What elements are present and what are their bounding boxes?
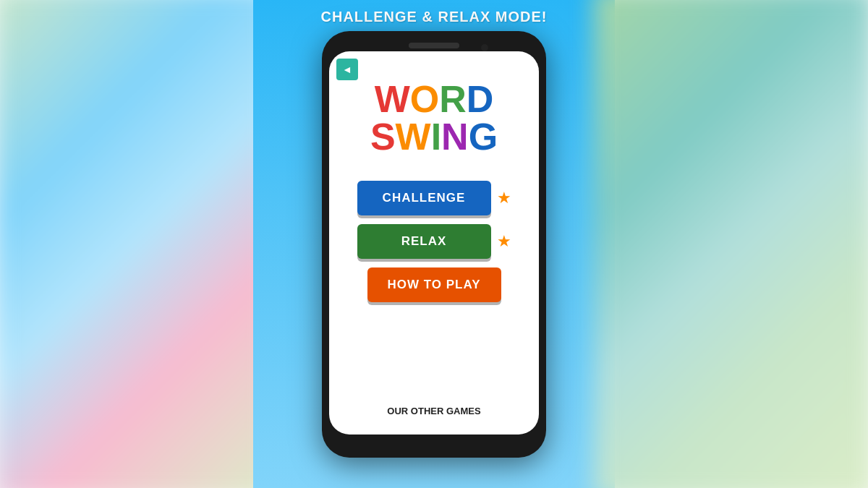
letter-g: G (469, 118, 498, 155)
screen-inner: ◄ WORD SWING CHALLENGE ★ (329, 51, 539, 435)
letter-s: S (370, 118, 396, 155)
phone-speaker (409, 43, 459, 48)
app-title: WORD SWING (370, 80, 498, 155)
letter-w2: W (396, 118, 431, 155)
letter-w: W (375, 80, 410, 118)
relax-button[interactable]: RELAX (357, 224, 491, 259)
letter-r: R (439, 80, 467, 118)
how-to-play-button[interactable]: HOW TO PLAY (367, 267, 501, 302)
background-wrapper: CHALLENGE & RELAX MODE! ◄ WORD (0, 0, 868, 488)
other-games-label: OUR OTHER GAMES (387, 406, 480, 416)
letter-n: N (441, 118, 469, 155)
phone-container: ◄ WORD SWING CHALLENGE ★ (322, 0, 546, 488)
phone-top-bar (329, 38, 539, 51)
back-arrow-icon: ◄ (342, 64, 352, 75)
challenge-star-icon: ★ (497, 189, 511, 207)
title-line2: SWING (370, 118, 498, 155)
letter-i: I (431, 118, 441, 155)
challenge-button[interactable]: CHALLENGE (357, 181, 491, 215)
relax-row: RELAX ★ (340, 224, 528, 259)
letter-d: D (467, 80, 494, 118)
how-to-play-row: HOW TO PLAY (340, 267, 528, 302)
menu-buttons: CHALLENGE ★ RELAX ★ HOW TO PLAY (340, 181, 528, 302)
bg-left-blur (0, 0, 274, 488)
bg-right-blur (594, 0, 868, 488)
title-line1: WORD (370, 80, 498, 118)
letter-o: O (410, 80, 439, 118)
relax-star-icon: ★ (497, 232, 511, 251)
phone-camera (481, 44, 488, 51)
challenge-row: CHALLENGE ★ (340, 181, 528, 215)
phone-screen: ◄ WORD SWING CHALLENGE ★ (329, 51, 539, 435)
phone-frame: ◄ WORD SWING CHALLENGE ★ (322, 31, 546, 458)
back-button[interactable]: ◄ (336, 59, 358, 80)
